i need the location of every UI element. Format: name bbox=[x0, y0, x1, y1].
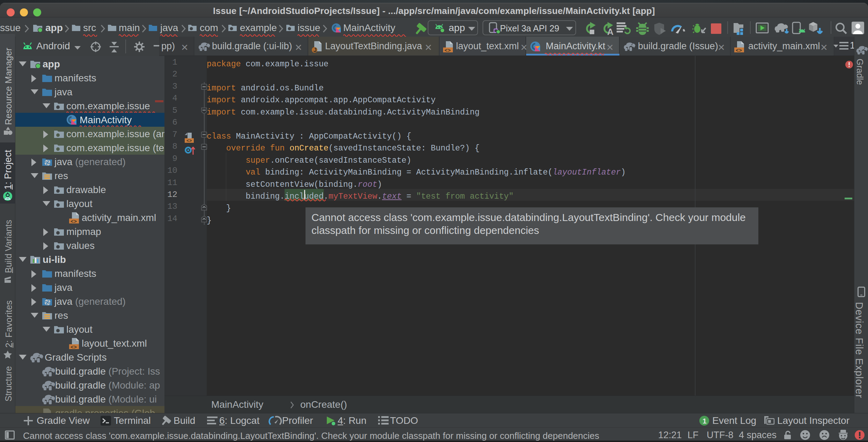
svg-text:<>: <> bbox=[186, 138, 192, 143]
svg-text:A: A bbox=[607, 27, 613, 37]
svg-text:J: J bbox=[314, 47, 317, 53]
svg-text:1: 1 bbox=[703, 417, 707, 425]
svg-text:<>: <> bbox=[736, 48, 742, 54]
svg-text:<>: <> bbox=[71, 345, 77, 351]
svg-text:<>: <> bbox=[444, 48, 451, 54]
svg-text:<>: <> bbox=[71, 219, 77, 225]
